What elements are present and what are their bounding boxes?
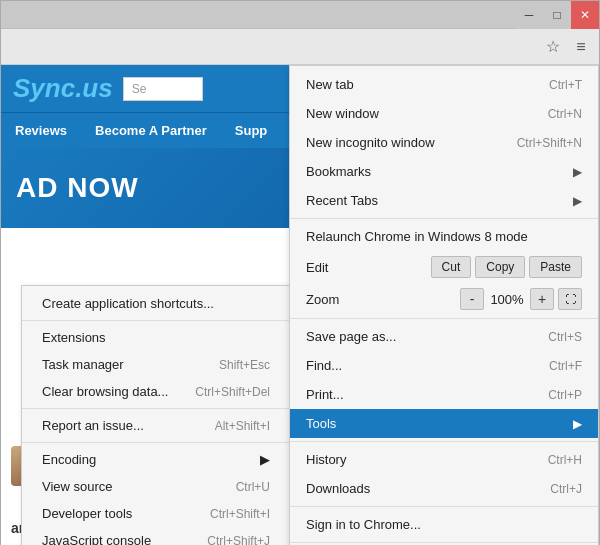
cut-button[interactable]: Cut [431, 256, 472, 278]
javascript-console[interactable]: JavaScript console Ctrl+Shift+J [22, 527, 290, 545]
separator [22, 408, 290, 409]
close-button[interactable]: ✕ [571, 1, 599, 29]
zoom-label: Zoom [306, 292, 339, 307]
separator [290, 506, 598, 507]
zoom-out-button[interactable]: - [460, 288, 484, 310]
bookmark-icon[interactable]: ☆ [539, 33, 567, 61]
tools[interactable]: Tools ▶ [290, 409, 598, 438]
zoom-in-button[interactable]: + [530, 288, 554, 310]
view-source[interactable]: View source Ctrl+U [22, 473, 290, 500]
zoom-fullscreen-button[interactable]: ⛶ [558, 288, 582, 310]
paste-button[interactable]: Paste [529, 256, 582, 278]
copy-button[interactable]: Copy [475, 256, 525, 278]
new-incognito-window[interactable]: New incognito window Ctrl+Shift+N [290, 128, 598, 157]
relaunch-chrome[interactable]: Relaunch Chrome in Windows 8 mode [290, 222, 598, 251]
separator [290, 542, 598, 543]
maximize-button[interactable]: □ [543, 1, 571, 29]
browser-window: ─ □ ✕ ☆ ≡ Sync.us Se Reviews Become A Pa… [0, 0, 600, 545]
encoding[interactable]: Encoding ▶ [22, 446, 290, 473]
sign-in-chrome[interactable]: Sign in to Chrome... [290, 510, 598, 539]
save-page-as[interactable]: Save page as... Ctrl+S [290, 322, 598, 351]
browser-toolbar: ☆ ≡ [1, 29, 599, 65]
title-bar: ─ □ ✕ [1, 1, 599, 29]
create-app-shortcuts[interactable]: Create application shortcuts... [22, 290, 290, 317]
find[interactable]: Find... Ctrl+F [290, 351, 598, 380]
nav-supp[interactable]: Supp [221, 117, 282, 144]
developer-tools[interactable]: Developer tools Ctrl+Shift+I [22, 500, 290, 527]
banner-text: AD NOW [16, 172, 139, 204]
tools-submenu: Create application shortcuts... Extensio… [21, 285, 291, 545]
zoom-row: Zoom - 100% + ⛶ [290, 283, 598, 315]
recent-tabs[interactable]: Recent Tabs ▶ [290, 186, 598, 215]
clear-browsing-data[interactable]: Clear browsing data... Ctrl+Shift+Del [22, 378, 290, 405]
chrome-menu: New tab Ctrl+T New window Ctrl+N New inc… [289, 65, 599, 545]
extensions[interactable]: Extensions [22, 324, 290, 351]
site-search[interactable]: Se [123, 77, 203, 101]
menu-icon[interactable]: ≡ [567, 33, 595, 61]
page-content: Sync.us Se Reviews Become A Partner Supp… [1, 65, 599, 545]
bookmarks[interactable]: Bookmarks ▶ [290, 157, 598, 186]
edit-label: Edit [306, 260, 328, 275]
nav-partner[interactable]: Become A Partner [81, 117, 221, 144]
edit-buttons: Cut Copy Paste [431, 256, 582, 278]
minimize-button[interactable]: ─ [515, 1, 543, 29]
separator [22, 320, 290, 321]
separator [290, 318, 598, 319]
zoom-controls: - 100% + ⛶ [460, 288, 582, 310]
print[interactable]: Print... Ctrl+P [290, 380, 598, 409]
edit-row: Edit Cut Copy Paste [290, 251, 598, 283]
separator [22, 442, 290, 443]
zoom-value: 100% [488, 292, 526, 307]
title-bar-buttons: ─ □ ✕ [515, 1, 599, 28]
site-logo: Sync.us [13, 73, 113, 104]
downloads[interactable]: Downloads Ctrl+J [290, 474, 598, 503]
task-manager[interactable]: Task manager Shift+Esc [22, 351, 290, 378]
report-issue[interactable]: Report an issue... Alt+Shift+I [22, 412, 290, 439]
history[interactable]: History Ctrl+H [290, 445, 598, 474]
separator [290, 441, 598, 442]
new-tab[interactable]: New tab Ctrl+T [290, 70, 598, 99]
nav-reviews[interactable]: Reviews [1, 117, 81, 144]
new-window[interactable]: New window Ctrl+N [290, 99, 598, 128]
separator [290, 218, 598, 219]
